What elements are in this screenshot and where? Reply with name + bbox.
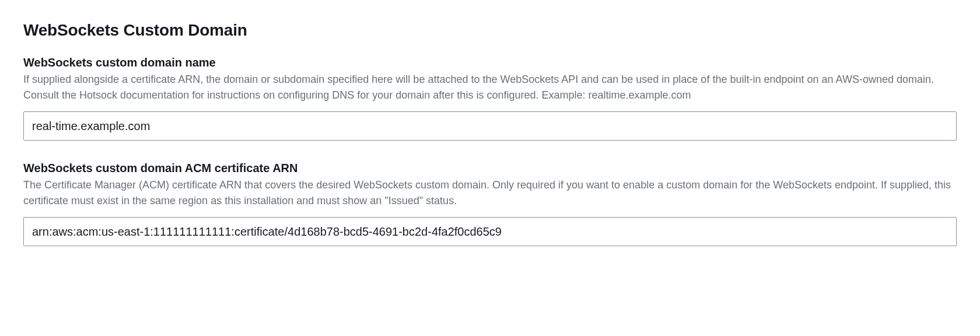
acm-arn-input[interactable] — [23, 217, 957, 246]
domain-name-label: WebSockets custom domain name — [23, 56, 957, 69]
acm-arn-label: WebSockets custom domain ACM certificate… — [23, 162, 957, 175]
acm-arn-field-group: WebSockets custom domain ACM certificate… — [23, 162, 957, 246]
domain-name-input[interactable] — [23, 111, 957, 141]
domain-name-field-group: WebSockets custom domain name If supplie… — [23, 56, 957, 141]
acm-arn-description: The Certificate Manager (ACM) certificat… — [23, 177, 957, 209]
section-title: WebSockets Custom Domain — [23, 21, 957, 40]
domain-name-description: If supplied alongside a certificate ARN,… — [23, 72, 957, 103]
